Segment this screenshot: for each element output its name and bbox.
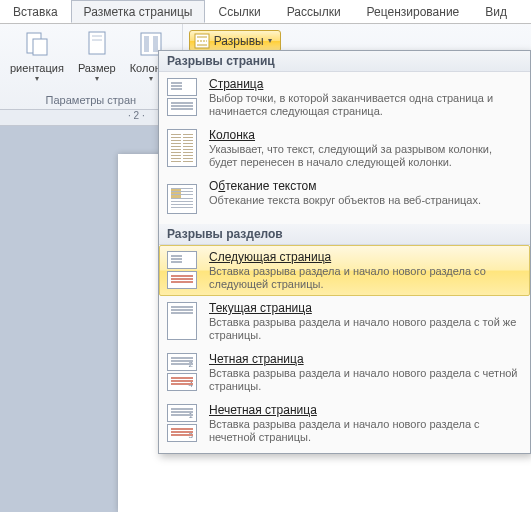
- menu-section-section-breaks: Разрывы разделов: [159, 224, 530, 245]
- tab-insert[interactable]: Вставка: [0, 0, 71, 23]
- menu-item-text-wrapping[interactable]: Обтекание текстом Обтекание текста вокру…: [159, 174, 530, 224]
- odd-page-icon: [165, 403, 199, 443]
- chevron-down-icon: ▾: [35, 76, 39, 82]
- menu-section-page-breaks: Разрывы страниц: [159, 51, 530, 72]
- size-icon: [81, 28, 113, 60]
- svg-rect-7: [153, 36, 158, 52]
- svg-rect-2: [89, 32, 105, 54]
- breaks-button[interactable]: Разрывы ▾: [189, 30, 281, 52]
- group-label: Параметры стран: [46, 92, 137, 109]
- menu-item-column[interactable]: Колонка Указывает, что текст, следующий …: [159, 123, 530, 174]
- even-page-icon: [165, 352, 199, 392]
- page-break-icon: [165, 77, 199, 117]
- chevron-down-icon: ▾: [149, 76, 153, 82]
- menu-item-continuous[interactable]: Текущая страница Вставка разрыва раздела…: [159, 296, 530, 347]
- menu-item-even-page[interactable]: Четная страница Вставка разрыва раздела …: [159, 347, 530, 398]
- orientation-icon: [21, 28, 53, 60]
- page-setup-group: риентация ▾ Размер ▾ Колонки ▾ Параметры…: [0, 24, 183, 109]
- svg-rect-1: [33, 39, 47, 55]
- tab-page-layout[interactable]: Разметка страницы: [71, 0, 206, 23]
- text-wrapping-icon: [165, 179, 199, 219]
- tab-review[interactable]: Рецензирование: [354, 0, 473, 23]
- tab-view[interactable]: Вид: [472, 0, 520, 23]
- size-button[interactable]: Размер ▾: [74, 26, 120, 84]
- tab-links[interactable]: Ссылки: [205, 0, 273, 23]
- breaks-icon: [194, 33, 210, 49]
- chevron-down-icon: ▾: [268, 38, 272, 44]
- next-page-icon: [165, 250, 199, 290]
- tab-mailings[interactable]: Рассылки: [274, 0, 354, 23]
- ribbon-tabs: Вставка Разметка страницы Ссылки Рассылк…: [0, 0, 531, 24]
- menu-item-next-page[interactable]: Следующая страница Вставка разрыва разде…: [159, 245, 530, 296]
- menu-item-page[interactable]: Страница Выбор точки, в которой заканчив…: [159, 72, 530, 123]
- continuous-icon: [165, 301, 199, 341]
- menu-item-odd-page[interactable]: Нечетная страница Вставка разрыва раздел…: [159, 398, 530, 449]
- svg-rect-6: [144, 36, 149, 52]
- orientation-button[interactable]: риентация ▾: [6, 26, 68, 84]
- chevron-down-icon: ▾: [95, 76, 99, 82]
- column-break-icon: [165, 128, 199, 168]
- breaks-menu: Разрывы страниц Страница Выбор точки, в …: [158, 50, 531, 454]
